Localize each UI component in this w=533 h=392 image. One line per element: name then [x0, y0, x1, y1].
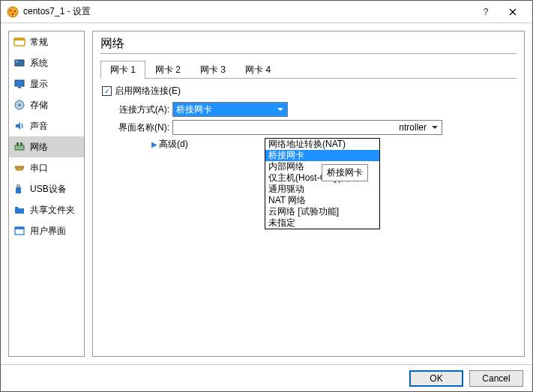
svg-rect-14 [15, 145, 24, 150]
sidebar-item-storage[interactable]: 存储 [9, 94, 84, 115]
cancel-button[interactable]: Cancel [469, 370, 523, 387]
sidebar-item-shared[interactable]: 共享文件夹 [9, 199, 84, 220]
sidebar-item-system[interactable]: 系统 [9, 52, 84, 73]
interface-name-label: 界面名称(N): [100, 121, 172, 134]
serial-icon [13, 162, 25, 174]
svg-rect-16 [20, 142, 22, 145]
audio-icon [13, 120, 25, 132]
triangle-right-icon: ▶ [151, 140, 157, 148]
interface-name-value: ntroller [399, 122, 427, 133]
titlebar: centos7_1 - 设置 ? [1, 1, 532, 23]
sidebar-item-general[interactable]: 常规 [9, 31, 84, 52]
folder-icon [13, 204, 25, 216]
svg-rect-10 [15, 80, 24, 86]
app-icon [7, 6, 19, 18]
sidebar-item-label: 存储 [30, 99, 48, 112]
nic-tabs: 网卡 1 网卡 2 网卡 3 网卡 4 [100, 60, 517, 79]
sidebar-item-label: USB设备 [30, 183, 67, 196]
storage-icon [13, 99, 25, 111]
svg-point-0 [7, 7, 18, 17]
sidebar-item-network[interactable]: 网络 [9, 136, 84, 157]
sidebar-item-label: 显示 [30, 78, 48, 91]
tab-nic1[interactable]: 网卡 1 [100, 61, 145, 79]
svg-rect-7 [14, 38, 25, 40]
close-button[interactable] [499, 1, 526, 22]
sidebar-item-label: 网络 [30, 141, 48, 154]
svg-point-17 [16, 167, 18, 169]
checkbox-icon: ✓ [102, 86, 112, 96]
sidebar-item-label: 用户界面 [30, 225, 66, 238]
tab-nic3[interactable]: 网卡 3 [190, 61, 235, 79]
display-icon [13, 78, 25, 90]
svg-point-18 [19, 167, 20, 169]
option-generic[interactable]: 通用驱动 [265, 184, 379, 195]
interface-name-dropdown[interactable]: x ntroller [172, 120, 442, 135]
usb-icon [13, 183, 25, 195]
sidebar-item-display[interactable]: 显示 [9, 73, 84, 94]
svg-point-13 [19, 104, 21, 106]
sidebar-item-label: 共享文件夹 [30, 204, 75, 217]
sidebar-item-label: 常规 [30, 36, 48, 49]
svg-point-2 [14, 10, 16, 11]
sidebar-item-label: 声音 [30, 120, 48, 133]
chevron-down-icon [275, 104, 286, 115]
enable-network-label: 启用网络连接(E) [115, 85, 181, 97]
svg-point-3 [12, 13, 13, 14]
connect-mode-options: 网络地址转换(NAT) 桥接网卡 内部网络 仅主机(Host-Only)网络 通… [265, 138, 380, 229]
window-title: centos7_1 - 设置 [23, 5, 472, 18]
tooltip: 桥接网卡 [322, 164, 368, 181]
option-natnetwork[interactable]: NAT 网络 [265, 195, 379, 206]
sidebar-item-audio[interactable]: 声音 [9, 115, 84, 136]
svg-rect-15 [16, 142, 19, 145]
chevron-down-icon [430, 122, 440, 133]
interface-icon [13, 225, 25, 237]
connect-mode-label: 连接方式(A): [100, 103, 172, 116]
option-unset[interactable]: 未指定 [265, 217, 379, 229]
option-bridged[interactable]: 桥接网卡 [265, 150, 379, 161]
sidebar-item-label: 系统 [30, 57, 48, 70]
svg-rect-9 [16, 61, 18, 62]
ok-button[interactable]: OK [409, 370, 463, 387]
enable-network-checkbox[interactable]: ✓ 启用网络连接(E) [100, 85, 517, 97]
network-icon [13, 141, 25, 153]
divider [100, 53, 517, 54]
option-cloud[interactable]: 云网络 [试验功能] [265, 206, 379, 217]
content-panel: 网络 网卡 1 网卡 2 网卡 3 网卡 4 ✓ 启用网络连接(E) 连接方式(… [92, 31, 525, 357]
system-icon [13, 57, 25, 69]
sidebar-item-interface[interactable]: 用户界面 [9, 220, 84, 241]
svg-rect-23 [15, 227, 24, 229]
dialog-footer: OK Cancel [1, 364, 532, 391]
svg-rect-20 [16, 184, 20, 187]
option-nat[interactable]: 网络地址转换(NAT) [265, 139, 379, 150]
advanced-label: 高级(d) [159, 138, 188, 151]
tab-nic4[interactable]: 网卡 4 [235, 61, 280, 79]
sidebar-item-serial[interactable]: 串口 [9, 157, 84, 178]
settings-sidebar: 常规 系统 显示 存储 声音 网络 串口 USB设备 [8, 31, 85, 357]
svg-point-19 [21, 167, 22, 169]
svg-rect-11 [18, 87, 21, 88]
help-button[interactable]: ? [472, 1, 499, 22]
general-icon [13, 36, 25, 48]
sidebar-item-label: 串口 [30, 162, 48, 175]
svg-point-1 [10, 9, 11, 10]
close-icon [509, 8, 517, 16]
tab-nic2[interactable]: 网卡 2 [145, 61, 190, 79]
page-title: 网络 [100, 36, 517, 52]
svg-rect-21 [16, 187, 21, 193]
sidebar-item-usb[interactable]: USB设备 [9, 178, 84, 199]
connect-mode-value: 桥接网卡 [176, 103, 212, 116]
connect-mode-dropdown[interactable]: 桥接网卡 [172, 102, 288, 117]
